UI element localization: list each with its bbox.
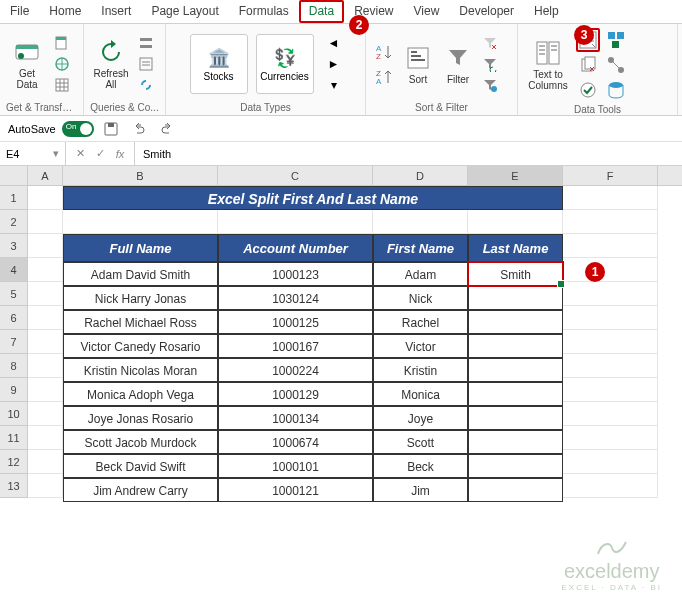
cell[interactable]	[563, 282, 658, 306]
undo-button[interactable]	[128, 118, 150, 140]
cell-firstname[interactable]: Adam	[373, 262, 468, 286]
cell[interactable]	[28, 378, 63, 402]
refresh-all-button[interactable]: Refresh All	[90, 30, 132, 98]
row-header-11[interactable]: 11	[0, 426, 28, 450]
cell-fullname[interactable]: Jim Andrew Carry	[63, 478, 218, 502]
cell-lastname[interactable]	[468, 430, 563, 454]
header-fullname[interactable]: Full Name	[63, 234, 218, 262]
cell[interactable]	[28, 306, 63, 330]
tab-insert[interactable]: Insert	[91, 0, 141, 23]
sort-za-button[interactable]: ZA	[372, 65, 396, 89]
save-button[interactable]	[100, 118, 122, 140]
select-all-corner[interactable]	[0, 166, 28, 185]
cell[interactable]	[28, 234, 63, 258]
cell[interactable]	[28, 282, 63, 306]
tab-developer[interactable]: Developer	[449, 0, 524, 23]
cell[interactable]	[563, 402, 658, 426]
name-box-dropdown-icon[interactable]: ▾	[53, 147, 59, 160]
from-table-icon[interactable]	[52, 75, 72, 95]
cell[interactable]	[563, 450, 658, 474]
cell[interactable]	[563, 474, 658, 498]
edit-links-icon[interactable]	[136, 75, 156, 95]
stocks-button[interactable]: 🏛️ Stocks	[190, 34, 248, 94]
cell-firstname[interactable]: Nick	[373, 286, 468, 310]
cell[interactable]	[563, 186, 658, 210]
cancel-formula-icon[interactable]: ✕	[72, 146, 88, 162]
row-header-6[interactable]: 6	[0, 306, 28, 330]
from-web-icon[interactable]	[52, 54, 72, 74]
row-header-5[interactable]: 5	[0, 282, 28, 306]
cell-account[interactable]: 1000134	[218, 406, 373, 430]
col-header-C[interactable]: C	[218, 166, 373, 185]
cell-firstname[interactable]: Scott	[373, 430, 468, 454]
cell-account[interactable]: 1000224	[218, 358, 373, 382]
cell-firstname[interactable]: Beck	[373, 454, 468, 478]
cell-fullname[interactable]: Rachel Michael Ross	[63, 310, 218, 334]
cell-fullname[interactable]: Joye Jonas Rosario	[63, 406, 218, 430]
clear-filter-icon[interactable]	[480, 33, 500, 53]
data-types-expand[interactable]: ▾	[324, 75, 344, 95]
col-header-D[interactable]: D	[373, 166, 468, 185]
cell-firstname[interactable]: Monica	[373, 382, 468, 406]
manage-data-model-button[interactable]	[604, 78, 628, 102]
row-header-13[interactable]: 13	[0, 474, 28, 498]
reapply-filter-icon[interactable]	[480, 54, 500, 74]
tab-view[interactable]: View	[404, 0, 450, 23]
name-box[interactable]: E4 ▾	[0, 142, 66, 165]
col-header-E[interactable]: E	[468, 166, 563, 185]
header-firstname[interactable]: First Name	[373, 234, 468, 262]
cell-firstname[interactable]: Rachel	[373, 310, 468, 334]
sort-button[interactable]: Sort	[400, 30, 436, 98]
cell[interactable]	[563, 234, 658, 258]
remove-duplicates-button[interactable]	[576, 53, 600, 77]
cell-lastname[interactable]	[468, 478, 563, 502]
row-header-3[interactable]: 3	[0, 234, 28, 258]
cell-firstname[interactable]: Jim	[373, 478, 468, 502]
get-data-button[interactable]: Get Data	[6, 30, 48, 98]
cell[interactable]	[563, 354, 658, 378]
cell[interactable]	[28, 450, 63, 474]
cell[interactable]	[28, 210, 63, 234]
cell[interactable]	[28, 258, 63, 282]
row-header-8[interactable]: 8	[0, 354, 28, 378]
row-header-2[interactable]: 2	[0, 210, 28, 234]
cell-fullname[interactable]: Nick Harry Jonas	[63, 286, 218, 310]
tab-file[interactable]: File	[0, 0, 39, 23]
cell[interactable]	[563, 306, 658, 330]
cell[interactable]	[28, 330, 63, 354]
cell-fullname[interactable]: Victor Canedy Rosario	[63, 334, 218, 358]
cell-lastname[interactable]	[468, 286, 563, 310]
cell[interactable]	[563, 258, 658, 282]
tab-data[interactable]: Data	[299, 0, 344, 23]
cell[interactable]	[28, 474, 63, 498]
tab-home[interactable]: Home	[39, 0, 91, 23]
tab-help[interactable]: Help	[524, 0, 569, 23]
cell-lastname[interactable]: Smith	[468, 262, 563, 286]
cell-account[interactable]: 1000101	[218, 454, 373, 478]
from-text-csv-icon[interactable]	[52, 33, 72, 53]
formula-input[interactable]: Smith	[135, 148, 682, 160]
fx-icon[interactable]: fx	[112, 146, 128, 162]
cell[interactable]	[563, 426, 658, 450]
enter-formula-icon[interactable]: ✓	[92, 146, 108, 162]
cell-lastname[interactable]	[468, 334, 563, 358]
col-header-A[interactable]: A	[28, 166, 63, 185]
relationships-button[interactable]	[604, 53, 628, 77]
header-lastname[interactable]: Last Name	[468, 234, 563, 262]
cell-account[interactable]: 1000674	[218, 430, 373, 454]
filter-button[interactable]: Filter	[440, 30, 476, 98]
row-header-9[interactable]: 9	[0, 378, 28, 402]
consolidate-button[interactable]	[604, 28, 628, 52]
cell-lastname[interactable]	[468, 358, 563, 382]
cell-fullname[interactable]: Beck David Swift	[63, 454, 218, 478]
data-validation-button[interactable]	[576, 78, 600, 102]
cell-account[interactable]: 1000167	[218, 334, 373, 358]
row-header-12[interactable]: 12	[0, 450, 28, 474]
cell[interactable]	[28, 186, 63, 210]
cell-fullname[interactable]: Scott Jacob Murdock	[63, 430, 218, 454]
cell-account[interactable]: 1000121	[218, 478, 373, 502]
cell-lastname[interactable]	[468, 454, 563, 478]
row-header-7[interactable]: 7	[0, 330, 28, 354]
tab-page-layout[interactable]: Page Layout	[141, 0, 228, 23]
text-to-columns-button[interactable]: Text to Columns	[524, 31, 572, 99]
